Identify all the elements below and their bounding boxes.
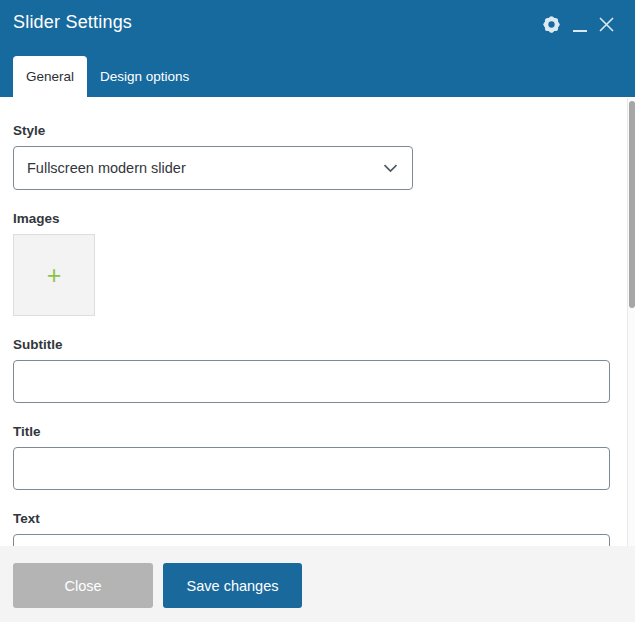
tab-general[interactable]: General [13, 56, 87, 97]
subtitle-label: Subtitle [13, 337, 610, 352]
style-select[interactable]: Fullscreen modern slider [13, 146, 413, 190]
images-field-group: Images + [13, 211, 610, 316]
minimize-icon[interactable] [573, 17, 587, 33]
tab-design-options-label: Design options [100, 69, 189, 84]
scrollbar-thumb[interactable] [629, 101, 635, 308]
tab-bar: General Design options [13, 56, 202, 97]
minimize-bar [573, 30, 587, 33]
title-field-group: Title [13, 424, 610, 490]
dialog-footer: Close Save changes [0, 546, 635, 622]
text-input[interactable] [13, 534, 610, 546]
footer-button-row: Close Save changes [0, 546, 635, 608]
form-fields: Style Fullscreen modern slider Images + … [0, 97, 635, 546]
dialog-body: Style Fullscreen modern slider Images + … [0, 97, 635, 546]
style-label: Style [13, 123, 610, 138]
subtitle-field-group: Subtitle [13, 337, 610, 403]
images-label: Images [13, 211, 610, 226]
title-input[interactable] [13, 447, 610, 490]
scrollbar-track[interactable] [627, 98, 635, 546]
text-field-group: Text [13, 511, 610, 546]
header-icon-group [541, 13, 615, 36]
plus-icon: + [47, 263, 62, 288]
gear-icon[interactable] [541, 14, 562, 35]
style-select-wrap: Fullscreen modern slider [13, 146, 413, 190]
save-changes-button[interactable]: Save changes [163, 563, 302, 608]
text-label: Text [13, 511, 610, 526]
tab-design-options[interactable]: Design options [87, 56, 202, 97]
add-image-button[interactable]: + [13, 234, 95, 316]
subtitle-input[interactable] [13, 360, 610, 403]
dialog-header: Slider Settings General Design options [0, 0, 635, 97]
title-label: Title [13, 424, 610, 439]
close-button[interactable]: Close [13, 563, 153, 608]
dialog-title: Slider Settings [13, 12, 132, 33]
tab-general-label: General [26, 69, 74, 84]
close-icon[interactable] [598, 16, 615, 33]
style-field-group: Style Fullscreen modern slider [13, 123, 610, 190]
